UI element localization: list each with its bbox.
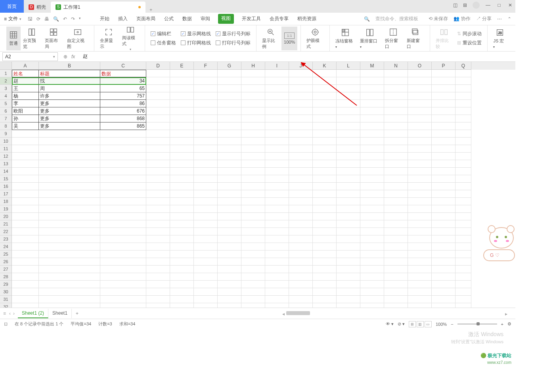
cell[interactable]	[12, 205, 39, 213]
cell[interactable]	[455, 235, 471, 243]
row-headers[interactable]: 1234567891011121314151617181920212223242…	[0, 70, 12, 308]
cell[interactable]	[337, 266, 360, 273]
cell[interactable]	[337, 258, 360, 266]
cell[interactable]	[146, 303, 170, 308]
cell[interactable]	[432, 138, 455, 145]
row-header[interactable]: 27	[0, 266, 12, 273]
cell[interactable]	[408, 266, 432, 273]
cell[interactable]	[360, 228, 384, 235]
row-header[interactable]: 18	[0, 198, 12, 205]
apps-icon[interactable]: ⊞	[463, 2, 467, 8]
ribbon-tab-6[interactable]: 视图	[218, 14, 234, 24]
split-window[interactable]: 拆分窗口	[383, 27, 405, 50]
ribbon-tab-4[interactable]: 数据	[182, 14, 193, 24]
cell[interactable]	[241, 250, 265, 258]
cell[interactable]	[432, 130, 455, 138]
cell[interactable]	[408, 250, 432, 258]
cell[interactable]	[360, 92, 384, 100]
cell[interactable]	[313, 288, 337, 296]
cell[interactable]	[384, 288, 408, 296]
cell[interactable]	[218, 70, 241, 77]
cell[interactable]	[218, 92, 241, 100]
zoom-in-icon[interactable]: +	[501, 322, 503, 327]
cell[interactable]	[241, 70, 265, 77]
cell[interactable]	[289, 145, 313, 153]
cell[interactable]	[100, 153, 146, 160]
cell[interactable]	[265, 168, 289, 175]
cell[interactable]	[218, 198, 241, 205]
cell[interactable]	[194, 205, 218, 213]
cell[interactable]	[146, 250, 170, 258]
cell[interactable]	[408, 205, 432, 213]
preview-icon[interactable]: 🔍	[53, 16, 59, 22]
cell[interactable]	[384, 122, 408, 130]
cell[interactable]	[12, 168, 39, 175]
cell[interactable]	[337, 130, 360, 138]
cell[interactable]	[241, 228, 265, 235]
cell[interactable]	[360, 235, 384, 243]
cell[interactable]	[289, 281, 313, 288]
cell[interactable]	[146, 190, 170, 198]
cell[interactable]	[170, 220, 194, 228]
print-icon[interactable]: 🖶	[44, 16, 49, 22]
col-header[interactable]: M	[360, 62, 384, 70]
cell[interactable]	[408, 138, 432, 145]
cell[interactable]	[455, 205, 471, 213]
cell[interactable]	[170, 303, 194, 308]
cell[interactable]	[170, 107, 194, 115]
cell[interactable]	[289, 220, 313, 228]
row-header[interactable]: 31	[0, 296, 12, 303]
row-header[interactable]: 23	[0, 235, 12, 243]
mascot-icon[interactable]: G ♡	[480, 222, 515, 270]
cell[interactable]	[337, 175, 360, 183]
cell[interactable]	[265, 85, 289, 92]
cell[interactable]	[313, 77, 337, 85]
row-header[interactable]: 14	[0, 168, 12, 175]
cell[interactable]	[170, 250, 194, 258]
cell[interactable]	[408, 153, 432, 160]
cell[interactable]	[170, 160, 194, 168]
cell[interactable]	[218, 243, 241, 250]
more-icon[interactable]: ⋯	[497, 16, 502, 22]
cell[interactable]	[432, 296, 455, 303]
cell[interactable]	[265, 100, 289, 107]
cell[interactable]	[241, 153, 265, 160]
cell[interactable]	[313, 198, 337, 205]
cell[interactable]	[384, 183, 408, 190]
search-input[interactable]: 查找命令、搜索模板	[375, 15, 423, 22]
cell[interactable]	[455, 220, 471, 228]
cell[interactable]	[194, 250, 218, 258]
cell[interactable]: 李	[12, 100, 39, 107]
cell[interactable]	[432, 153, 455, 160]
view-readmode[interactable]: 阅读模式▾	[120, 27, 142, 50]
cell[interactable]: 65	[100, 85, 146, 92]
cell[interactable]	[455, 100, 471, 107]
cell[interactable]	[241, 213, 265, 220]
cell[interactable]: 杨	[12, 92, 39, 100]
cell[interactable]	[146, 122, 170, 130]
cell[interactable]	[100, 183, 146, 190]
cell[interactable]	[384, 258, 408, 266]
cell[interactable]	[194, 183, 218, 190]
cell[interactable]	[100, 266, 146, 273]
cell[interactable]: 欧阳	[12, 107, 39, 115]
cell[interactable]	[194, 85, 218, 92]
row-header[interactable]: 5	[0, 100, 12, 107]
cell[interactable]: 赵	[12, 77, 39, 85]
cell[interactable]	[455, 77, 471, 85]
row-header[interactable]: 3	[0, 85, 12, 92]
cell[interactable]	[265, 77, 289, 85]
cell[interactable]	[194, 168, 218, 175]
cell[interactable]	[337, 243, 360, 250]
cell[interactable]	[408, 92, 432, 100]
cell[interactable]	[194, 281, 218, 288]
row-header[interactable]: 19	[0, 205, 12, 213]
layout-icon[interactable]: ◫	[453, 2, 457, 8]
cell[interactable]	[360, 160, 384, 168]
cell[interactable]	[218, 145, 241, 153]
ribbon-tab-3[interactable]: 公式	[163, 14, 174, 24]
formula-input[interactable]: 赵	[80, 53, 515, 60]
cell[interactable]: 姓名	[12, 70, 39, 77]
cell[interactable]	[39, 258, 100, 266]
cell[interactable]	[12, 235, 39, 243]
